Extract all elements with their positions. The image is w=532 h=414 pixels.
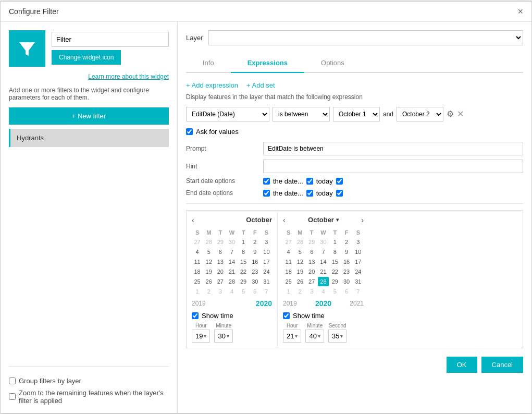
cal-day[interactable]: 24 [353, 267, 364, 276]
end-date-checkbox[interactable] [263, 190, 270, 197]
cal-day[interactable]: 10 [353, 247, 364, 257]
group-by-layer-row[interactable]: Group filters by layer [9, 377, 169, 385]
cal-right-show-time-checkbox[interactable] [283, 312, 290, 319]
cal-day[interactable]: 2 [294, 287, 305, 296]
cal-right-second-dropdown[interactable]: ▾ [340, 333, 343, 339]
close-button[interactable]: × [517, 7, 523, 16]
cal-day[interactable]: 29 [329, 277, 340, 286]
cal-day[interactable]: 12 [294, 257, 305, 266]
cal-day[interactable]: 9 [250, 247, 261, 257]
cal-day[interactable]: 5 [294, 247, 305, 257]
cal-left-minute-dropdown[interactable]: ▾ [227, 333, 229, 339]
cal-day[interactable]: 26 [203, 277, 214, 286]
ask-values-checkbox[interactable] [186, 128, 193, 135]
cal-day[interactable]: 19 [294, 267, 305, 276]
cal-day[interactable]: 30 [226, 237, 237, 247]
cal-day[interactable]: 18 [283, 267, 294, 276]
cal-day[interactable]: 8 [329, 247, 340, 257]
cal-day[interactable]: 6 [215, 247, 226, 257]
cal-day[interactable]: 23 [250, 267, 261, 276]
cal-day[interactable]: 6 [306, 247, 317, 257]
cal-day[interactable]: 22 [329, 267, 340, 276]
operator-select[interactable]: is between [273, 107, 330, 121]
start-date-checkbox[interactable] [263, 178, 270, 185]
cal-day[interactable]: 21 [226, 267, 237, 276]
cal-left-prev-button[interactable]: ‹ [192, 216, 194, 224]
cal-day[interactable]: 27 [306, 277, 317, 286]
prompt-input[interactable] [263, 142, 523, 155]
cal-day[interactable]: 2 [341, 237, 352, 247]
cal-day[interactable]: 9 [341, 247, 352, 257]
cal-right-month-dropdown-icon[interactable]: ▾ [336, 217, 339, 223]
cal-day[interactable]: 28 [294, 237, 305, 247]
cal-day[interactable]: 20 [306, 267, 317, 276]
tab-options[interactable]: Options [304, 54, 361, 73]
learn-more-link[interactable]: Learn more about this widget [9, 73, 169, 80]
tab-info[interactable]: Info [186, 54, 231, 73]
cal-day[interactable]: 30 [318, 237, 329, 247]
cal-day[interactable]: 23 [341, 267, 352, 276]
cal-day[interactable]: 8 [238, 247, 249, 257]
cal-day[interactable]: 3 [353, 237, 364, 247]
cal-left-hour-dropdown[interactable]: ▾ [204, 333, 206, 339]
cal-day[interactable]: 7 [353, 287, 364, 296]
zoom-to-remaining-checkbox[interactable] [9, 393, 16, 400]
cancel-button[interactable]: Cancel [481, 357, 523, 373]
cal-day[interactable]: 25 [283, 277, 294, 286]
cal-day[interactable]: 4 [226, 287, 237, 296]
cal-day[interactable]: 15 [238, 257, 249, 266]
cal-day[interactable]: 3 [306, 287, 317, 296]
cal-day[interactable]: 5 [203, 247, 214, 257]
cal-right-second-value[interactable]: 35 ▾ [328, 330, 347, 343]
cal-day[interactable]: 13 [215, 257, 226, 266]
field-select[interactable]: EditDate (Date) [186, 107, 269, 121]
cal-day[interactable]: 2 [203, 287, 214, 296]
cal-day[interactable]: 4 [192, 247, 203, 257]
cal-day[interactable]: 30 [250, 277, 261, 286]
cal-day[interactable]: 21 [318, 267, 329, 276]
end-today-checkbox[interactable] [306, 190, 313, 197]
ok-button[interactable]: OK [447, 357, 477, 373]
cal-right-minute-value[interactable]: 40 ▾ [305, 330, 324, 343]
cal-right-next-button[interactable]: › [361, 216, 364, 224]
cal-day[interactable]: 17 [261, 257, 272, 266]
cal-day[interactable]: 5 [238, 287, 249, 296]
cal-day[interactable]: 2 [250, 237, 261, 247]
start-today-checkbox[interactable] [306, 178, 313, 185]
cal-day[interactable]: 4 [318, 287, 329, 296]
cal-day[interactable]: 5 [329, 287, 340, 296]
layer-select[interactable] [208, 30, 523, 45]
cal-day[interactable]: 28 [226, 277, 237, 286]
cal-day[interactable]: 7 [261, 287, 272, 296]
cal-day[interactable]: 11 [192, 257, 203, 266]
cal-day[interactable]: 27 [283, 237, 294, 247]
start-extra-checkbox[interactable] [336, 178, 343, 185]
new-filter-button[interactable]: + New filter [9, 107, 169, 125]
cal-day[interactable]: 27 [192, 237, 203, 247]
cal-day-selected[interactable]: 28 [318, 277, 329, 286]
add-expression-link[interactable]: + Add expression [186, 81, 238, 89]
end-extra-checkbox[interactable] [336, 190, 343, 197]
group-by-layer-checkbox[interactable] [9, 378, 16, 384]
cal-day[interactable]: 3 [261, 237, 272, 247]
filter-item[interactable]: Hydrants [9, 129, 169, 147]
cal-left-show-time-checkbox[interactable] [192, 312, 199, 319]
cal-day[interactable]: 28 [203, 237, 214, 247]
cal-day[interactable]: 25 [192, 277, 203, 286]
cal-day[interactable]: 1 [283, 287, 294, 296]
cal-day[interactable]: 31 [261, 277, 272, 286]
cal-day[interactable]: 10 [261, 247, 272, 257]
cal-day[interactable]: 30 [341, 277, 352, 286]
cal-right-prev-button[interactable]: ‹ [283, 216, 286, 224]
cal-day[interactable]: 24 [261, 267, 272, 276]
cal-day[interactable]: 13 [306, 257, 317, 266]
cal-day[interactable]: 29 [306, 237, 317, 247]
cal-day[interactable]: 7 [318, 247, 329, 257]
cal-day[interactable]: 12 [203, 257, 214, 266]
cal-day[interactable]: 1 [238, 237, 249, 247]
date2-select[interactable]: October 2 [397, 107, 443, 121]
cal-day[interactable]: 16 [341, 257, 352, 266]
hint-input[interactable] [263, 160, 523, 173]
cal-day[interactable]: 14 [318, 257, 329, 266]
cal-day[interactable]: 6 [341, 287, 352, 296]
